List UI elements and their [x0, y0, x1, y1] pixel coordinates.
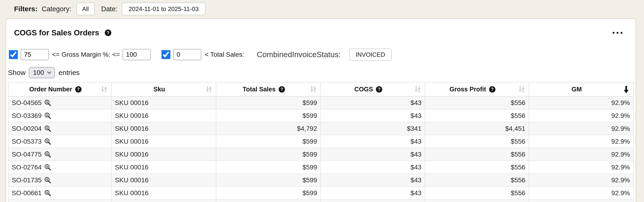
cell-value: $556: [511, 189, 525, 197]
cell-order-number: SO-02764$: [8, 161, 112, 174]
sales-min-input[interactable]: [173, 49, 201, 60]
column-header-label: Total Sales: [243, 86, 276, 93]
sort-toggle-icon[interactable]: [310, 85, 317, 94]
cell-gross-profit: $556: [425, 161, 529, 174]
svg-text:$: $: [46, 126, 48, 130]
cell-value: SO-03369: [12, 112, 42, 120]
svg-text:$: $: [46, 191, 48, 194]
column-header-label: Sku: [154, 86, 165, 93]
card-menu-button[interactable]: [611, 30, 624, 36]
cell-cogs: $43: [321, 148, 425, 160]
sort-toggle-icon[interactable]: [518, 85, 526, 94]
cell-value: $4,792: [297, 125, 317, 132]
ellipsis-dot: [616, 32, 618, 34]
cell-gross-profit: $556: [425, 96, 529, 109]
cell-value: $43: [410, 112, 422, 120]
table-row: SO-05373$SKU 00016$599$43$55692.9%: [8, 135, 633, 148]
help-icon[interactable]: ?: [75, 86, 82, 92]
sort-toggle-icon[interactable]: [100, 85, 108, 94]
cell-order-number: SO-00204$: [8, 122, 112, 135]
cell-value: SO-02764: [12, 164, 42, 171]
money-lookup-icon[interactable]: $: [44, 176, 51, 184]
column-header-gm[interactable]: GM: [529, 82, 633, 96]
cell-cogs: $43: [321, 96, 425, 109]
cell-empty: [529, 200, 633, 202]
cell-value: $43: [410, 189, 422, 197]
table-row-partial: [8, 200, 633, 202]
category-filter-button[interactable]: All: [76, 2, 95, 15]
cell-total-sales: $599: [216, 161, 321, 174]
cell-value: $556: [511, 151, 525, 158]
date-label: Date:: [101, 5, 118, 13]
cell-value: SKU 00016: [115, 176, 148, 184]
column-header-order-number[interactable]: Order Number?: [8, 82, 112, 96]
cell-empty: [216, 200, 321, 202]
help-icon[interactable]: ?: [279, 86, 285, 92]
money-lookup-icon[interactable]: $: [44, 138, 51, 145]
filters-label: Filters:: [14, 5, 38, 13]
cell-value: SO-00661: [12, 189, 42, 197]
money-lookup-icon[interactable]: $: [44, 164, 51, 171]
cell-order-number: SO-04565$: [8, 96, 112, 109]
cell-value: 92.9%: [612, 189, 630, 197]
cell-value: SKU 00016: [115, 164, 148, 171]
cell-value: $599: [302, 176, 317, 184]
sort-toggle-icon[interactable]: [414, 85, 421, 94]
cell-value: SO-00204: [12, 125, 42, 132]
column-header-label: Order Number: [29, 86, 72, 93]
table-row: SO-00661$SKU 00016$599$43$55692.9%: [8, 187, 633, 200]
ellipsis-dot: [620, 32, 622, 34]
cell-total-sales: $4,792: [216, 122, 321, 135]
cell-empty: [321, 200, 425, 202]
cell-sku: SKU 00016: [112, 122, 216, 135]
sales-min-checkbox[interactable]: [162, 50, 170, 59]
cell-order-number: SO-03369$: [8, 110, 112, 122]
cell-value: $599: [302, 138, 317, 145]
cell-value: $599: [302, 189, 317, 197]
help-icon[interactable]: ?: [105, 30, 111, 36]
filter-controls-row: <= Gross Margin %: <= < Total Sales: Com…: [9, 48, 636, 61]
column-header-sku[interactable]: Sku: [112, 82, 216, 96]
money-lookup-icon[interactable]: $: [44, 189, 51, 197]
cell-gross-profit: $556: [425, 135, 529, 148]
column-header-label: Gross Profit: [450, 86, 486, 93]
table-body: SO-04565$SKU 00016$599$43$55692.9%SO-033…: [8, 96, 633, 202]
cell-sku: SKU 00016: [112, 148, 216, 160]
cell-value: 92.9%: [612, 125, 630, 132]
cell-value: SKU 00016: [115, 138, 148, 145]
table-header-row: Order Number?SkuTotal Sales?COGS?Gross P…: [8, 82, 633, 96]
gm-min-input[interactable]: [20, 49, 49, 60]
sort-toggle-icon[interactable]: [205, 85, 212, 94]
cell-empty: [8, 200, 112, 202]
invoice-status-label: CombinedInvoiceStatus:: [257, 50, 341, 59]
cell-value: 92.9%: [612, 138, 630, 145]
help-icon[interactable]: ?: [489, 86, 496, 92]
column-header-total-sales[interactable]: Total Sales?: [216, 82, 321, 96]
money-lookup-icon[interactable]: $: [44, 99, 51, 106]
help-icon[interactable]: ?: [376, 86, 382, 92]
cell-gm: 92.9%: [529, 96, 633, 109]
column-header-cogs[interactable]: COGS?: [321, 82, 425, 96]
column-header-gross-profit[interactable]: Gross Profit?: [425, 82, 529, 96]
money-lookup-icon[interactable]: $: [44, 125, 51, 132]
gm-max-input[interactable]: [122, 49, 151, 60]
cell-sku: SKU 00016: [112, 135, 216, 148]
cell-value: SO-05373: [12, 138, 42, 145]
cell-cogs: $43: [321, 110, 425, 122]
cell-total-sales: $599: [216, 148, 321, 160]
gm-min-checkbox[interactable]: [9, 50, 18, 59]
date-range-button[interactable]: 2024-11-01 to 2025-11-03: [122, 2, 206, 15]
svg-text:$: $: [46, 114, 48, 117]
cell-gm: 92.9%: [529, 148, 633, 160]
invoice-status-button[interactable]: INVOICED: [349, 48, 392, 61]
cell-value: 92.9%: [612, 99, 630, 106]
cell-value: $599: [302, 112, 317, 120]
money-lookup-icon[interactable]: $: [44, 112, 51, 120]
cell-sku: SKU 00016: [112, 161, 216, 174]
cell-value: 92.9%: [612, 112, 630, 120]
table-row: SO-02764$SKU 00016$599$43$55692.9%: [8, 161, 633, 174]
page-size-select[interactable]: 100: [29, 67, 55, 78]
sort-desc-icon[interactable]: [622, 85, 630, 94]
cell-gm: 92.9%: [529, 187, 633, 199]
money-lookup-icon[interactable]: $: [44, 151, 51, 158]
